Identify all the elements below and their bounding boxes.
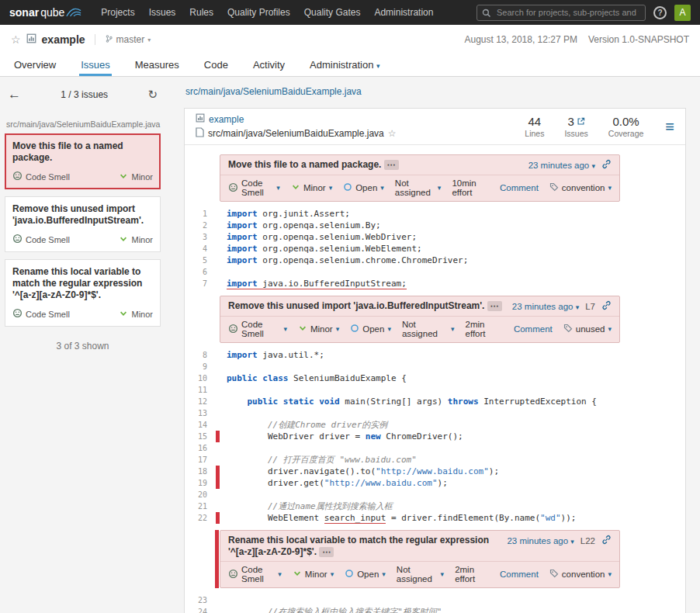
inline-issue-box[interactable]: Remove this unused import 'java.io.Buffe…: [220, 296, 620, 343]
breadcrumb[interactable]: src/main/java/SeleniumBaiduExample.java: [185, 86, 362, 97]
issue-comment-link[interactable]: Comment: [500, 183, 539, 192]
issue-more-button[interactable]: ⋯: [487, 301, 502, 311]
code-line[interactable]: 18 driver.navigate().to("http://www.baid…: [185, 466, 685, 477]
code-line[interactable]: 1 import org.junit.Assert;: [185, 208, 685, 220]
code-line[interactable]: 16: [185, 442, 685, 454]
tab-activity[interactable]: Activity: [251, 59, 286, 76]
code-line[interactable]: 20: [185, 489, 685, 500]
code-line[interactable]: 11: [185, 384, 685, 396]
tab-issues[interactable]: Issues: [79, 59, 112, 76]
line-number[interactable]: 15: [185, 431, 216, 442]
line-number[interactable]: 22: [185, 512, 216, 524]
code-line[interactable]: 15 WebDriver driver = new ChromeDriver()…: [185, 431, 685, 442]
line-number[interactable]: 6: [185, 266, 216, 278]
tab-measures[interactable]: Measures: [133, 59, 181, 76]
code-line[interactable]: 6: [185, 266, 685, 278]
issue-more-button[interactable]: ⋯: [384, 160, 399, 170]
inline-issue-box[interactable]: Move this file to a named package. ⋯ 23 …: [220, 154, 620, 202]
line-number[interactable]: 11: [185, 384, 216, 396]
line-number[interactable]: 3: [185, 231, 216, 243]
issue-severity-dropdown[interactable]: Minor ▾: [298, 324, 339, 334]
line-number[interactable]: 13: [185, 407, 216, 419]
issue-status-dropdown[interactable]: Open ▾: [345, 569, 386, 580]
metric-issues[interactable]: 3 Issues: [564, 115, 587, 138]
tab-administration[interactable]: Administration ▾: [308, 59, 382, 76]
file-favorite-star-icon[interactable]: ☆: [388, 128, 397, 139]
tab-overview[interactable]: Overview: [12, 59, 57, 76]
issue-assignee-dropdown[interactable]: Not assigned ▾: [397, 565, 444, 584]
issue-time-dropdown[interactable]: 23 minutes ago ▾: [512, 302, 579, 311]
code-line[interactable]: 2 import org.openqa.selenium.By;: [185, 220, 685, 231]
help-button[interactable]: ?: [653, 6, 667, 19]
menu-icon[interactable]: ≡: [665, 119, 674, 134]
nav-item-projects[interactable]: Projects: [94, 7, 141, 18]
nav-item-rules[interactable]: Rules: [182, 7, 220, 18]
code-line[interactable]: 23: [185, 594, 685, 606]
line-number[interactable]: 12: [185, 396, 216, 407]
code-line[interactable]: 21 //通过name属性找到搜索输入框: [185, 500, 685, 512]
inline-issue-box[interactable]: Rename this local variable to match the …: [220, 530, 620, 588]
tab-code[interactable]: Code: [203, 59, 230, 76]
metric-coverage[interactable]: 0.0% Coverage: [608, 115, 644, 138]
reload-icon[interactable]: ↻: [147, 88, 158, 100]
issue-time-dropdown[interactable]: 23 minutes ago ▾: [528, 161, 595, 170]
favorite-star-icon[interactable]: ☆: [11, 33, 21, 46]
metric-lines[interactable]: 44 Lines: [525, 115, 544, 138]
line-number[interactable]: 7: [185, 278, 216, 289]
issue-assignee-dropdown[interactable]: Not assigned ▾: [395, 178, 442, 197]
line-number[interactable]: 16: [185, 442, 216, 454]
issue-tags-dropdown[interactable]: convention ▾: [549, 569, 612, 580]
line-number[interactable]: 9: [185, 361, 216, 372]
issue-severity-dropdown[interactable]: Minor ▾: [293, 569, 334, 580]
line-number[interactable]: 21: [185, 500, 216, 512]
nav-item-quality-profiles[interactable]: Quality Profiles: [220, 7, 297, 18]
line-number[interactable]: 18: [185, 466, 216, 477]
code-line[interactable]: 13: [185, 407, 685, 419]
code-line[interactable]: 17 // 打开百度首页 "www.baidu.com": [185, 454, 685, 466]
issue-card[interactable]: Rename this local variable to match the …: [5, 259, 161, 327]
issue-comment-link[interactable]: Comment: [500, 570, 539, 579]
line-number[interactable]: 10: [185, 372, 216, 384]
issue-severity-dropdown[interactable]: Minor ▾: [291, 182, 332, 193]
permalink-icon[interactable]: [601, 535, 612, 547]
line-number[interactable]: 1: [185, 208, 216, 220]
code-line[interactable]: 10 public class SeleniumBaiduExample {: [185, 372, 685, 384]
line-number[interactable]: 20: [185, 489, 216, 500]
nav-item-quality-gates[interactable]: Quality Gates: [297, 7, 368, 18]
sonarqube-logo[interactable]: sonarqube: [9, 5, 81, 19]
issue-status-dropdown[interactable]: Open ▾: [350, 324, 391, 334]
nav-item-administration[interactable]: Administration: [367, 7, 440, 18]
search-input[interactable]: [476, 5, 646, 21]
line-number[interactable]: 23: [185, 594, 216, 606]
issue-tags-dropdown[interactable]: convention ▾: [549, 182, 612, 193]
line-number[interactable]: 8: [185, 349, 216, 361]
code-line[interactable]: 12 public static void main(String[] args…: [185, 396, 685, 407]
code-line[interactable]: 14 //创建Chrome driver的实例: [185, 419, 685, 431]
line-number[interactable]: 2: [185, 220, 216, 231]
issue-card[interactable]: Remove this unused import 'java.io.Buffe…: [5, 196, 161, 252]
issue-type-dropdown[interactable]: Code Smell ▾: [228, 320, 287, 338]
permalink-icon[interactable]: [601, 159, 612, 171]
file-project-link[interactable]: example: [196, 113, 397, 125]
code-line[interactable]: 8 import java.util.*;: [185, 349, 685, 361]
back-icon[interactable]: ←: [8, 88, 21, 101]
project-name[interactable]: example: [42, 33, 85, 46]
nav-item-issues[interactable]: Issues: [142, 7, 183, 18]
issue-type-dropdown[interactable]: Code Smell ▾: [228, 565, 282, 584]
line-number[interactable]: 19: [185, 477, 216, 489]
code-line[interactable]: 22 WebElement search_input = driver.find…: [185, 512, 685, 524]
issue-tags-dropdown[interactable]: unused ▾: [563, 324, 612, 334]
code-line[interactable]: 3 import org.openqa.selenium.WebDriver;: [185, 231, 685, 243]
line-number[interactable]: 4: [185, 243, 216, 255]
issue-line-ref[interactable]: L7: [585, 302, 595, 311]
code-line[interactable]: 24 //在搜索输入框中输入搜索关键字"极客时间": [185, 606, 685, 613]
line-number[interactable]: 24: [185, 606, 216, 613]
code-line[interactable]: 7 import java.io.BufferedInputStream;: [185, 278, 685, 289]
issue-comment-link[interactable]: Comment: [514, 324, 553, 334]
code-line[interactable]: 9: [185, 361, 685, 372]
issue-more-button[interactable]: ⋯: [319, 547, 334, 557]
user-avatar[interactable]: A: [674, 5, 691, 21]
line-number[interactable]: 14: [185, 419, 216, 431]
code-line[interactable]: 5 import org.openqa.selenium.chrome.Chro…: [185, 255, 685, 266]
line-number[interactable]: 17: [185, 454, 216, 466]
